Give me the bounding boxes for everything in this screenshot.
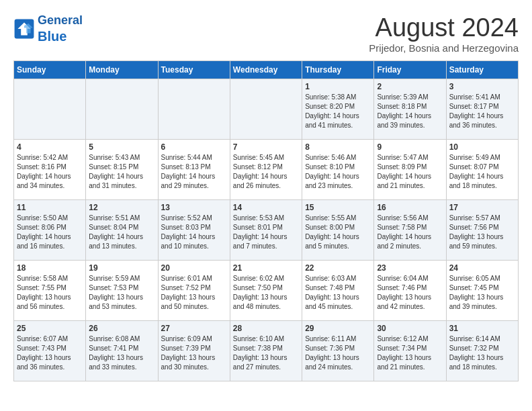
day-info: Sunrise: 5:56 AMSunset: 7:58 PMDaylight:… [377,214,443,251]
day-cell-2-3: 14Sunrise: 5:53 AMSunset: 8:01 PMDayligh… [230,200,302,261]
day-number: 20 [161,263,227,273]
day-number: 27 [161,324,227,333]
day-number: 17 [449,203,515,212]
location-subtitle: Prijedor, Bosnia and Herzegovina [369,42,519,54]
day-cell-0-3 [230,79,302,140]
day-cell-4-5: 30Sunrise: 6:12 AMSunset: 7:34 PMDayligh… [374,321,446,381]
day-cell-2-6: 17Sunrise: 5:57 AMSunset: 7:56 PMDayligh… [446,200,518,261]
day-number: 12 [89,203,154,212]
day-cell-3-2: 20Sunrise: 6:01 AMSunset: 7:52 PMDayligh… [158,261,230,321]
day-number: 29 [305,324,371,333]
day-number: 7 [233,142,299,152]
day-cell-3-3: 21Sunrise: 6:02 AMSunset: 7:50 PMDayligh… [230,261,302,321]
day-number: 23 [377,263,443,273]
day-info: Sunrise: 5:57 AMSunset: 7:56 PMDaylight:… [449,214,515,251]
day-info: Sunrise: 5:50 AMSunset: 8:06 PMDaylight:… [17,214,83,251]
day-info: Sunrise: 5:55 AMSunset: 8:00 PMDaylight:… [305,214,371,251]
day-cell-3-1: 19Sunrise: 5:59 AMSunset: 7:53 PMDayligh… [86,261,158,321]
day-info: Sunrise: 5:58 AMSunset: 7:55 PMDaylight:… [17,274,83,312]
day-info: Sunrise: 5:43 AMSunset: 8:15 PMDaylight:… [89,153,154,191]
day-cell-3-6: 24Sunrise: 6:05 AMSunset: 7:45 PMDayligh… [446,261,518,321]
day-number: 31 [449,324,515,333]
day-cell-3-0: 18Sunrise: 5:58 AMSunset: 7:55 PMDayligh… [14,261,86,321]
day-number: 25 [17,324,83,333]
day-info: Sunrise: 6:10 AMSunset: 7:38 PMDaylight:… [233,334,299,372]
day-info: Sunrise: 5:44 AMSunset: 8:13 PMDaylight:… [161,153,227,191]
day-number: 4 [17,142,83,152]
day-info: Sunrise: 5:51 AMSunset: 8:04 PMDaylight:… [89,214,154,251]
day-number: 21 [233,263,299,273]
header-tuesday: Tuesday [158,61,230,79]
day-info: Sunrise: 6:08 AMSunset: 7:41 PMDaylight:… [89,334,154,372]
day-info: Sunrise: 5:47 AMSunset: 8:09 PMDaylight:… [377,153,443,191]
day-number: 28 [233,324,299,333]
logo-line2: Blue [38,29,66,44]
day-cell-1-4: 8Sunrise: 5:46 AMSunset: 8:10 PMDaylight… [302,140,374,200]
header-monday: Monday [86,61,158,79]
day-cell-1-6: 10Sunrise: 5:49 AMSunset: 8:07 PMDayligh… [446,140,518,200]
day-number: 10 [449,142,515,152]
week-row-4: 18Sunrise: 5:58 AMSunset: 7:55 PMDayligh… [14,261,519,321]
day-cell-0-0 [14,79,86,140]
day-cell-1-0: 4Sunrise: 5:42 AMSunset: 8:16 PMDaylight… [14,140,86,200]
day-cell-4-6: 31Sunrise: 6:14 AMSunset: 7:32 PMDayligh… [446,321,518,381]
week-row-2: 4Sunrise: 5:42 AMSunset: 8:16 PMDaylight… [14,140,519,200]
day-info: Sunrise: 6:07 AMSunset: 7:43 PMDaylight:… [17,334,83,372]
day-cell-1-1: 5Sunrise: 5:43 AMSunset: 8:15 PMDaylight… [86,140,158,200]
day-info: Sunrise: 5:39 AMSunset: 8:18 PMDaylight:… [377,93,443,130]
day-cell-0-6: 3Sunrise: 5:41 AMSunset: 8:17 PMDaylight… [446,79,518,140]
day-cell-2-0: 11Sunrise: 5:50 AMSunset: 8:06 PMDayligh… [14,200,86,261]
day-cell-4-4: 29Sunrise: 6:11 AMSunset: 7:36 PMDayligh… [302,321,374,381]
day-cell-2-4: 15Sunrise: 5:55 AMSunset: 8:00 PMDayligh… [302,200,374,261]
day-number: 8 [305,142,371,152]
day-number: 18 [17,263,83,273]
day-cell-2-2: 13Sunrise: 5:52 AMSunset: 8:03 PMDayligh… [158,200,230,261]
day-cell-1-2: 6Sunrise: 5:44 AMSunset: 8:13 PMDaylight… [158,140,230,200]
day-number: 22 [305,263,371,273]
header-sunday: Sunday [14,61,86,79]
logo-line1: General [38,13,83,27]
day-info: Sunrise: 5:49 AMSunset: 8:07 PMDaylight:… [449,153,515,191]
day-cell-4-0: 25Sunrise: 6:07 AMSunset: 7:43 PMDayligh… [14,321,86,381]
day-number: 1 [305,82,371,91]
day-cell-0-5: 2Sunrise: 5:39 AMSunset: 8:18 PMDaylight… [374,79,446,140]
day-info: Sunrise: 5:46 AMSunset: 8:10 PMDaylight:… [305,153,371,191]
logo: General Blue [13,13,83,44]
day-cell-0-4: 1Sunrise: 5:38 AMSunset: 8:20 PMDaylight… [302,79,374,140]
day-number: 16 [377,203,443,212]
day-number: 5 [89,142,154,152]
day-cell-2-1: 12Sunrise: 5:51 AMSunset: 8:04 PMDayligh… [86,200,158,261]
day-info: Sunrise: 6:04 AMSunset: 7:46 PMDaylight:… [377,274,443,312]
day-cell-4-3: 28Sunrise: 6:10 AMSunset: 7:38 PMDayligh… [230,321,302,381]
day-cell-3-5: 23Sunrise: 6:04 AMSunset: 7:46 PMDayligh… [374,261,446,321]
day-cell-3-4: 22Sunrise: 6:03 AMSunset: 7:48 PMDayligh… [302,261,374,321]
day-info: Sunrise: 5:52 AMSunset: 8:03 PMDaylight:… [161,214,227,251]
day-cell-1-5: 9Sunrise: 5:47 AMSunset: 8:09 PMDaylight… [374,140,446,200]
week-row-3: 11Sunrise: 5:50 AMSunset: 8:06 PMDayligh… [14,200,519,261]
day-info: Sunrise: 6:11 AMSunset: 7:36 PMDaylight:… [305,334,371,372]
day-cell-2-5: 16Sunrise: 5:56 AMSunset: 7:58 PMDayligh… [374,200,446,261]
day-number: 11 [17,203,83,212]
day-info: Sunrise: 5:41 AMSunset: 8:17 PMDaylight:… [449,93,515,130]
day-info: Sunrise: 6:02 AMSunset: 7:50 PMDaylight:… [233,274,299,312]
header-friday: Friday [374,61,446,79]
day-number: 13 [161,203,227,212]
day-info: Sunrise: 6:05 AMSunset: 7:45 PMDaylight:… [449,274,515,312]
header-thursday: Thursday [302,61,374,79]
day-number: 3 [449,82,515,91]
day-cell-4-1: 26Sunrise: 6:08 AMSunset: 7:41 PMDayligh… [86,321,158,381]
day-number: 2 [377,82,443,91]
day-cell-1-3: 7Sunrise: 5:45 AMSunset: 8:12 PMDaylight… [230,140,302,200]
day-number: 26 [89,324,154,333]
day-number: 14 [233,203,299,212]
day-info: Sunrise: 5:53 AMSunset: 8:01 PMDaylight:… [233,214,299,251]
day-number: 30 [377,324,443,333]
header-saturday: Saturday [446,61,518,79]
month-year-title: August 2024 [369,13,519,42]
day-number: 19 [89,263,154,273]
title-block: August 2024 Prijedor, Bosnia and Herzego… [369,13,519,54]
day-info: Sunrise: 5:38 AMSunset: 8:20 PMDaylight:… [305,93,371,130]
day-info: Sunrise: 6:14 AMSunset: 7:32 PMDaylight:… [449,334,515,372]
day-number: 9 [377,142,443,152]
day-cell-0-1 [86,79,158,140]
